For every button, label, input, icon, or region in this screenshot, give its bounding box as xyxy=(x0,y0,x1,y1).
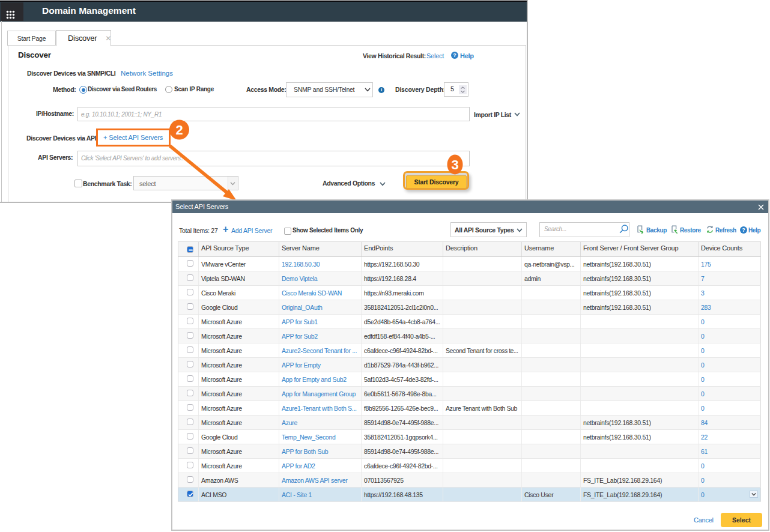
svg-text:2: 2 xyxy=(175,122,183,138)
svg-text:3: 3 xyxy=(451,157,458,172)
